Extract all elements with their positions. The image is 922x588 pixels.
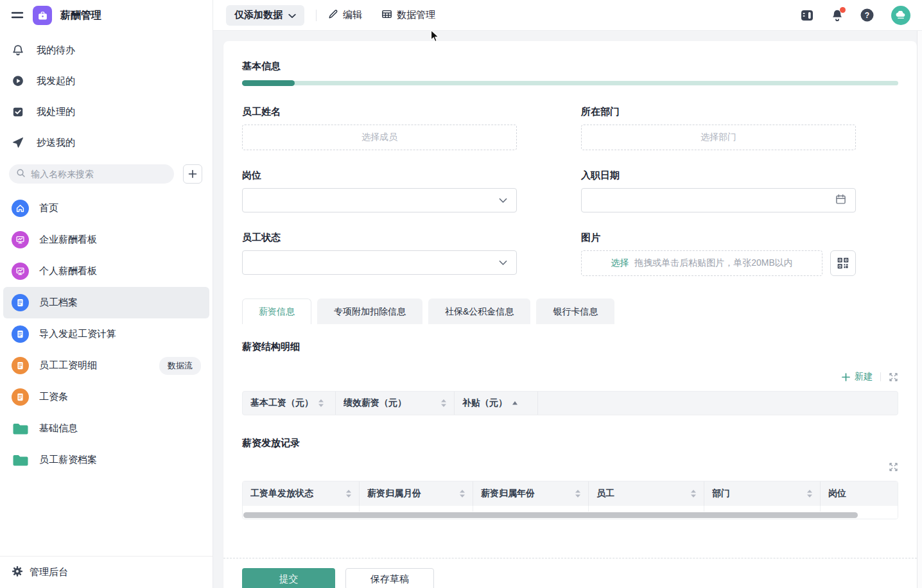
column-header[interactable]: 补贴（元） [455,392,538,415]
sort-icon[interactable] [575,490,580,497]
sidebar-search-row [0,158,213,190]
add-data-mode-label: 仅添加数据 [234,9,283,21]
folder-icon [12,420,29,437]
salary-structure-toolbar: 新建 [242,370,898,383]
column-header[interactable]: 薪资归属月份 [360,481,473,506]
sidebar-item-label: 企业薪酬看板 [39,234,97,246]
app-title: 薪酬管理 [60,9,101,22]
sidebar-item-basic-info[interactable]: 基础信息 [3,413,209,444]
sidebar-item-label: 我处理的 [37,106,75,118]
submit-button[interactable]: 提交 [242,568,335,588]
notifications-bell-icon[interactable] [831,9,843,22]
field-position: 岗位 [242,169,517,212]
sidebar-item-company-dashboard[interactable]: 企业薪酬看板 [3,224,209,255]
sidebar-item-label: 员工工资明细 [39,359,97,372]
sort-asc-icon[interactable] [512,401,518,405]
sort-icon[interactable] [460,490,465,497]
field-label: 岗位 [242,169,517,182]
salary-records-toolbar [242,460,898,473]
data-management-button[interactable]: 数据管理 [381,9,435,21]
add-data-mode-dropdown[interactable]: 仅添加数据 [226,5,304,26]
column-header[interactable]: 工资单发放状态 [243,481,360,506]
sort-icon[interactable] [318,399,324,407]
expand-table-icon[interactable] [889,372,898,382]
sidebar-item-label: 我的待办 [37,44,75,56]
sidebar-item-label: 基础信息 [39,422,78,435]
main-area: 仅添加数据 编辑 数据管理 [213,0,922,588]
qr-scan-button[interactable] [830,250,856,276]
sidebar-item-home[interactable]: 首页 [3,193,209,224]
employee-status-select[interactable] [242,250,517,275]
salary-records-table: 工资单发放状态 薪资归属月份 薪资归属年份 员工 [242,481,898,519]
help-icon[interactable]: ? [860,8,874,22]
tab-special-deduction[interactable]: 专项附加扣除信息 [317,298,422,324]
expand-table-icon[interactable] [889,462,898,472]
table-row [243,506,898,512]
field-label: 入职日期 [581,169,856,182]
edit-button[interactable]: 编辑 [328,9,362,21]
form-card: 基本信息 员工姓名 选择成员 所在部门 选择部门 岗位 [223,41,917,588]
form-progress-fill [242,80,295,86]
column-header[interactable]: 部门 [704,481,821,506]
photo-upload-dropzone[interactable]: 选择 拖拽或单击后粘贴图片，单张20MB以内 [581,250,822,276]
document-icon [12,325,29,343]
column-header-empty [538,392,898,415]
photo-row: 选择 拖拽或单击后粘贴图片，单张20MB以内 [581,250,856,276]
sort-icon[interactable] [807,490,812,497]
search-box[interactable] [9,164,174,184]
sidebar-item-my-initiated[interactable]: 我发起的 [0,65,213,96]
tab-bank-card[interactable]: 银行卡信息 [536,298,614,324]
hire-date-input[interactable] [581,188,856,212]
avatar[interactable] [891,6,910,25]
dashboard-icon [12,263,29,280]
admin-console-link[interactable]: 管理后台 [0,556,213,588]
sidebar-item-label: 首页 [39,202,58,214]
topbar-divider [316,10,317,21]
column-header[interactable]: 绩效薪资（元） [336,392,455,415]
new-record-button[interactable]: 新建 [842,371,873,383]
column-header[interactable]: 员工 [589,481,704,506]
select-member-button[interactable]: 选择成员 [242,125,517,150]
sort-icon[interactable] [691,490,696,497]
sidebar-item-employee-files[interactable]: 员工档案 [3,287,209,318]
photo-hint: 拖拽或单击后粘贴图片，单张20MB以内 [634,257,793,269]
save-draft-button[interactable]: 保存草稿 [345,568,434,588]
column-header[interactable]: 基本工资（元） [243,392,336,415]
column-header[interactable]: 薪资归属年份 [473,481,589,506]
collapse-menu-icon[interactable] [10,10,24,21]
folder-icon [12,451,29,469]
panel-toggle-icon[interactable] [800,9,814,22]
content-area: 基本信息 员工姓名 选择成员 所在部门 选择部门 岗位 [213,31,917,588]
sidebar-item-import-salary-calc[interactable]: 导入发起工资计算 [3,318,209,350]
sidebar-item-employee-salary-files[interactable]: 员工薪资档案 [3,444,209,476]
sidebar-item-payslip[interactable]: 工资条 [3,381,209,413]
position-select[interactable] [242,188,517,212]
sidebar-item-personal-dashboard[interactable]: 个人薪酬看板 [3,255,209,287]
sidebar-menu: 首页 企业薪酬看板 个人薪酬看板 员工档案 导入发起工资计算 [0,190,213,556]
send-icon [12,137,24,148]
sort-icon[interactable] [441,399,446,407]
document-icon [12,357,29,374]
select-department-button[interactable]: 选择部门 [581,125,856,150]
vertical-scrollbar[interactable] [917,31,922,588]
sort-icon[interactable] [346,490,351,497]
column-header[interactable]: 岗位 [821,481,898,506]
tab-salary-info[interactable]: 薪资信息 [242,298,311,324]
sidebar-item-employee-salary-detail[interactable]: 员工工资明细 数据流 [3,350,209,381]
tab-social-security[interactable]: 社保&公积金信息 [428,298,530,324]
add-button[interactable] [183,164,202,184]
app-logo-icon[interactable] [33,6,52,25]
horizontal-scrollbar[interactable] [243,512,898,519]
topbar-right: ? [800,6,910,25]
photo-choose-link[interactable]: 选择 [611,257,629,269]
dashboard-icon [12,231,29,248]
field-hire-date: 入职日期 [581,169,856,212]
notification-dot [840,7,846,13]
sidebar-item-label: 抄送我的 [37,137,75,149]
scrollbar-thumb[interactable] [243,512,858,518]
search-input[interactable] [31,169,167,179]
sidebar-item-my-todo[interactable]: 我的待办 [0,35,213,65]
sidebar-item-my-processed[interactable]: 我处理的 [0,96,213,127]
sidebar-item-cc-me[interactable]: 抄送我的 [0,127,213,158]
field-employee-status: 员工状态 [242,232,517,276]
